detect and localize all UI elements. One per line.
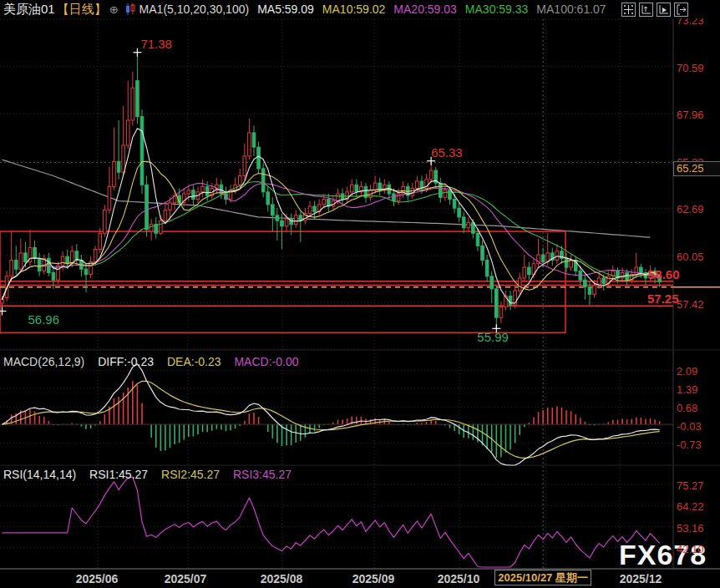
y-axis-label: 42.10 xyxy=(677,543,704,555)
level-price-tag[interactable]: 58.60 xyxy=(648,268,680,281)
y-axis-label: 67.96 xyxy=(677,109,704,121)
x-axis-label: 2025/08 xyxy=(261,572,303,585)
level-price-tag[interactable]: 57.25 xyxy=(647,292,679,305)
rsi2-value: RSI2:45.27 xyxy=(161,468,220,481)
swing-high-annotation: 65.33 xyxy=(431,146,463,159)
rsi1-value: RSI1:45.27 xyxy=(89,468,148,481)
macd-name[interactable]: MACD(26,12,9) xyxy=(3,355,84,368)
rsi-header: RSI(14,14,14) RSI1:45.27 RSI2:45.27 RSI3… xyxy=(3,468,302,481)
x-axis-label: 2025/12 xyxy=(620,572,662,585)
crosshair-date-box: 2025/10/27 星期一 xyxy=(494,570,591,585)
x-axis-label: 2025/06 xyxy=(76,572,119,585)
swing-low-annotation: 55.99 xyxy=(477,331,509,343)
y-axis-label: 60.05 xyxy=(677,251,704,263)
y-axis-label: 53.16 xyxy=(677,522,704,535)
rsi-name[interactable]: RSI(14,14,14) xyxy=(3,468,76,481)
y-axis-label: 0.68 xyxy=(677,402,697,414)
y-axis-label: 2.09 xyxy=(677,365,697,378)
ma100-value: MA100:61.07 xyxy=(536,3,606,16)
ma20-value: MA20:59.03 xyxy=(393,3,457,16)
y-axis-label: 57.42 xyxy=(677,298,704,311)
chart-canvas[interactable] xyxy=(0,0,720,588)
y-axis-label: 1.39 xyxy=(677,383,697,396)
ma-settings-label[interactable]: MA1(5,10,20,30,100) xyxy=(139,3,250,16)
exit-chart-icon[interactable] xyxy=(674,3,688,17)
low-annotation: 56.96 xyxy=(28,313,60,326)
macd-header: MACD(26,12,9) DIFF:-0.23 DEA:-0.23 MACD:… xyxy=(3,355,308,368)
period-badge[interactable]: 【日线】 xyxy=(57,2,107,18)
instrument-title: 美原油01 xyxy=(3,2,55,18)
high-annotation: 71.38 xyxy=(140,38,172,50)
macd-macd-value: MACD:-0.00 xyxy=(234,355,298,368)
x-axis-label: 2025/10 xyxy=(438,572,480,585)
pan-icon[interactable] xyxy=(621,3,636,17)
y-axis-label: 75.27 xyxy=(677,479,704,492)
ma5-value: MA5:59.09 xyxy=(257,3,314,16)
rsi3-value: RSI3:45.27 xyxy=(233,468,292,481)
y-axis-label: 62.69 xyxy=(677,203,704,215)
ma10-value: MA10:59.02 xyxy=(322,3,386,16)
x-axis-label: 2025/07 xyxy=(165,572,207,585)
y-axis-label: 70.59 xyxy=(677,62,704,74)
x-axis-label: 2025/09 xyxy=(352,572,395,585)
y-axis-label: -0.03 xyxy=(677,420,702,433)
ma30-value: MA30:59.33 xyxy=(465,3,529,16)
y-axis-label: -0.73 xyxy=(677,438,702,451)
header-bar: 美原油01 【日线】 ⊕ MA1(5,10,20,30,100) MA5:59.… xyxy=(0,0,720,18)
candlestick-icon[interactable] xyxy=(125,3,136,15)
y-axis-label: 64.22 xyxy=(677,500,704,513)
axis-scale-left-icon[interactable] xyxy=(639,3,653,17)
macd-diff-value: DIFF:-0.23 xyxy=(98,355,154,368)
trading-chart-app: 美原油01 【日线】 ⊕ MA1(5,10,20,30,100) MA5:59.… xyxy=(0,0,720,588)
circle-plus-icon[interactable]: ⊕ xyxy=(109,3,119,16)
macd-dea-value: DEA:-0.23 xyxy=(167,355,221,368)
axis-scale-right-icon[interactable] xyxy=(657,3,671,17)
chart-toolbar xyxy=(621,3,688,17)
crosshair-price-box: 65.25 xyxy=(673,161,720,176)
